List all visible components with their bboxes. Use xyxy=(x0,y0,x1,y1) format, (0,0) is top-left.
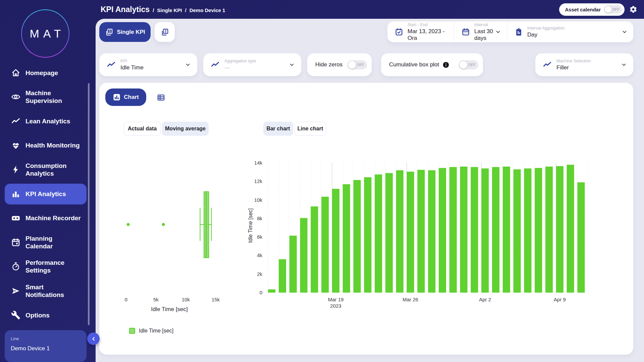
sidebar-item-options[interactable]: Options xyxy=(5,305,87,325)
sidebar-item-label: ConsumptionAnalytics xyxy=(25,162,66,177)
bar-chart-y-tick: 10k xyxy=(254,197,263,203)
sidebar-scrollbar[interactable] xyxy=(88,83,90,325)
bar-mar-20[interactable] xyxy=(343,184,350,293)
chevron-down-icon xyxy=(621,61,627,68)
chevron-down-icon xyxy=(288,61,295,68)
bar-mar-13[interactable] xyxy=(268,289,275,293)
content: 1 Single KPI 2 Start - End Mar 13, 2023 … xyxy=(96,19,644,362)
bar-mar-30[interactable] xyxy=(449,167,457,293)
eye-icon xyxy=(10,92,21,102)
asset-calendar-label: Asset calendar xyxy=(565,7,601,12)
boxplot-x-tick: 0 xyxy=(125,297,127,302)
bar-apr-6[interactable] xyxy=(524,168,531,293)
settings-button[interactable] xyxy=(629,5,637,13)
table-view-tab[interactable] xyxy=(154,92,168,104)
single-kpi-tab[interactable]: 1 Single KPI xyxy=(99,22,151,42)
calendar-check-icon xyxy=(395,28,403,36)
bar-mar-31[interactable] xyxy=(460,167,468,293)
layered-1-icon: 1 xyxy=(105,28,113,37)
bar-apr-2[interactable] xyxy=(481,168,489,293)
sidebar-item-smart-notifications[interactable]: SmartNotifications xyxy=(5,281,87,301)
bar-mar-14[interactable] xyxy=(279,259,286,293)
calendar-icon xyxy=(10,238,21,247)
sidebar-item-machine-recorder[interactable]: Machine Recorder xyxy=(5,208,87,229)
bar-mar-22[interactable] xyxy=(364,177,371,293)
bar-chart-y-axis-label: Idle Time [sec] xyxy=(248,208,253,243)
bar-chart-x-tick: Mar 26 xyxy=(402,297,418,302)
asset-calendar-toggle[interactable]: OFF xyxy=(604,5,622,13)
interval-control[interactable]: Interval Last 30 days xyxy=(454,21,507,42)
bar-mar-21[interactable] xyxy=(354,180,361,293)
bar-apr-7[interactable] xyxy=(535,168,542,293)
boxplot-outlier[interactable] xyxy=(162,223,165,226)
bar-mar-17[interactable] xyxy=(311,206,318,293)
hide-zeros-card: Hide zeros OFF xyxy=(307,53,372,76)
breadcrumb-separator: / xyxy=(185,7,186,13)
collapse-sidebar-button[interactable] xyxy=(87,333,100,345)
breadcrumb-single-kpi[interactable]: Single KPI xyxy=(157,7,182,13)
sidebar-item-label: MachineSupervision xyxy=(25,89,62,105)
aggregation-type-dropdown[interactable]: Aggregation type --- xyxy=(203,53,301,76)
hide-zeros-label: Hide zeros xyxy=(315,61,342,68)
bar-mar-27[interactable] xyxy=(417,170,425,293)
info-icon[interactable] xyxy=(442,61,449,68)
sidebar-item-health-monitoring[interactable]: Health Monitoring xyxy=(5,135,87,156)
bar-apr-11[interactable] xyxy=(577,182,585,293)
actual-data-button[interactable]: Actual data xyxy=(124,122,161,136)
breadcrumb-device[interactable]: Demo Device 1 xyxy=(190,7,225,13)
bar-apr-8[interactable] xyxy=(545,167,553,293)
bar-chart: 02k4k6k8k10k12k14kIdle Time [sec]Mar 192… xyxy=(248,150,604,317)
moving-average-button[interactable]: Moving average xyxy=(162,122,209,136)
machine-selection-dropdown[interactable]: Machine Selection Filler xyxy=(535,53,633,76)
line-chart-button[interactable]: Line chart xyxy=(294,122,326,136)
kpi-value: Idle Time xyxy=(120,64,144,71)
machine-selection-label: Machine Selection xyxy=(556,59,591,63)
bar-chart-x-tick: Apr 2 xyxy=(479,297,491,302)
bar-chart-y-tick: 0 xyxy=(260,290,262,295)
cumulative-box-plot-toggle[interactable]: OFF xyxy=(459,60,478,69)
bar-apr-5[interactable] xyxy=(514,169,521,293)
sidebar-item-lean-analytics[interactable]: Lean Analytics xyxy=(5,111,87,132)
bar-mar-19[interactable] xyxy=(332,189,339,293)
bar-chart-y-tick: 2k xyxy=(257,271,262,277)
sidebar-item-performance-settings[interactable]: PerformanceSettings xyxy=(5,256,87,277)
sidebar-item-homepage[interactable]: Homepage xyxy=(5,62,87,83)
bar-mar-15[interactable] xyxy=(289,236,297,293)
bar-apr-3[interactable] xyxy=(492,167,499,293)
asset-calendar-pill[interactable]: Asset calendar OFF xyxy=(559,3,625,16)
bar-apr-9[interactable] xyxy=(556,166,564,293)
bar-mar-26[interactable] xyxy=(407,172,414,293)
bar-mar-29[interactable] xyxy=(439,168,446,293)
bar-chart-button[interactable]: Bar chart xyxy=(263,122,293,136)
gear-icon xyxy=(629,5,637,13)
bar-chart-y-tick: 12k xyxy=(254,178,263,184)
bar-apr-10[interactable] xyxy=(567,165,574,293)
interval-aggregation-control[interactable]: Interval Aggregation Day xyxy=(507,21,633,42)
toggle-knob xyxy=(460,61,467,69)
topbar: KPI Analytics / Single KPI / Demo Device… xyxy=(96,0,644,19)
bar-mar-18[interactable] xyxy=(321,197,329,293)
sidebar-item-planning-calendar[interactable]: PlanningCalendar xyxy=(5,232,87,253)
sidebar-item-consumption-analytics[interactable]: ConsumptionAnalytics xyxy=(5,159,87,180)
start-end-control[interactable]: Start - End Mar 13, 2023 - Ora xyxy=(387,21,454,42)
multi-kpi-tab[interactable]: 2 xyxy=(155,22,175,42)
bar-mar-23[interactable] xyxy=(375,174,382,293)
bar-apr-1[interactable] xyxy=(471,167,478,293)
bar-mar-24[interactable] xyxy=(385,173,393,293)
sidebar: MAT HomepageMachineSupervisionLean Analy… xyxy=(0,0,96,362)
chart-view-tab[interactable]: Chart xyxy=(105,88,146,106)
page: MAT HomepageMachineSupervisionLean Analy… xyxy=(0,0,644,362)
bar-apr-4[interactable] xyxy=(503,167,510,293)
boxplot-outlier[interactable] xyxy=(127,223,130,226)
sidebar-item-machine-supervision[interactable]: MachineSupervision xyxy=(5,86,87,107)
sidebar-item-kpi-analytics[interactable]: KPI Analytics xyxy=(5,184,87,204)
bar-mar-25[interactable] xyxy=(396,170,404,293)
trend-icon xyxy=(211,60,220,69)
bar-mar-28[interactable] xyxy=(428,170,435,293)
wrench-icon xyxy=(10,310,21,320)
bar-mar-16[interactable] xyxy=(300,218,308,293)
chart-legend[interactable]: Idle Time [sec] xyxy=(129,328,173,334)
kpi-dropdown[interactable]: KPI Idle Time xyxy=(99,53,197,76)
device-card[interactable]: Line Demo Device 1 xyxy=(5,330,87,362)
hide-zeros-toggle[interactable]: OFF xyxy=(347,60,367,69)
